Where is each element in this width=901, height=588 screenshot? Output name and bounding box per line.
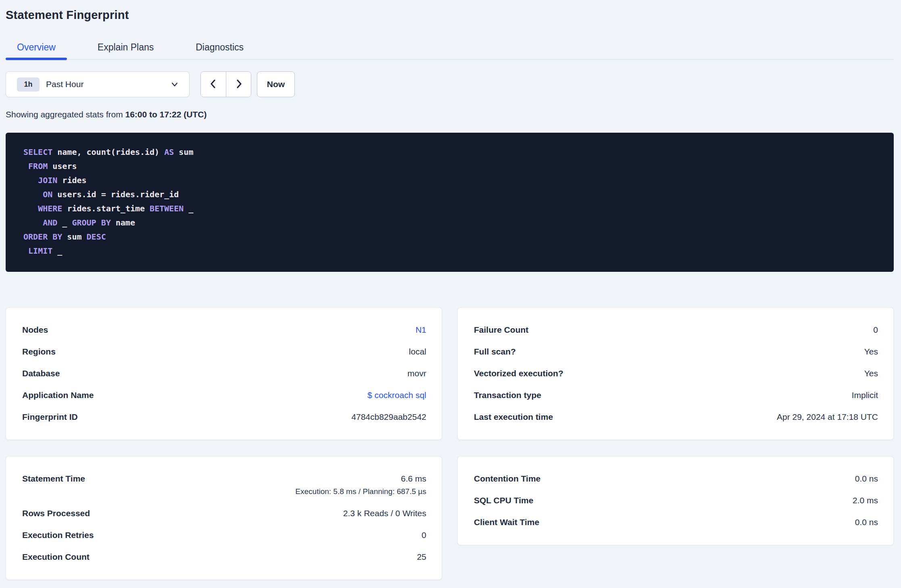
stat-value: N1	[415, 325, 426, 335]
sql-text: rides.start_time	[62, 204, 150, 213]
statement-fingerprint-page: Statement Fingerprint Overview Explain P…	[0, 8, 901, 580]
execution-attributes-card: Failure Count0Full scan?YesVectorized ex…	[457, 307, 894, 440]
stat-label: Failure Count	[474, 325, 528, 335]
sql-keyword: BETWEEN	[150, 204, 184, 213]
stat-row: Application Name$ cockroach sql	[22, 390, 426, 400]
stat-row: Last execution timeApr 29, 2024 at 17:18…	[474, 412, 878, 422]
stat-value-text: Yes	[864, 369, 878, 378]
stat-label: Statement Time	[22, 474, 85, 484]
sql-text: sum	[174, 147, 193, 157]
page-title: Statement Fingerprint	[6, 8, 894, 22]
stat-label: Full scan?	[474, 347, 516, 357]
stat-row: Databasemovr	[22, 369, 426, 378]
summary-cards: NodesN1RegionslocalDatabasemovrApplicati…	[6, 307, 894, 580]
sql-keyword: SELECT	[23, 147, 52, 157]
stat-label: Fingerprint ID	[22, 412, 78, 422]
stat-row: SQL CPU Time2.0 ms	[474, 496, 878, 505]
stat-value: Yes	[864, 369, 878, 378]
stat-row: Contention Time0.0 ns	[474, 474, 878, 484]
time-range-select[interactable]: 1h Past Hour	[6, 71, 190, 97]
tab-bar: Overview Explain Plans Diagnostics	[6, 35, 894, 60]
stat-label: Vectorized execution?	[474, 369, 563, 378]
sql-text: users	[48, 161, 77, 171]
stat-value: Yes	[864, 347, 878, 357]
sql-text: users.id = rides.rider_id	[52, 190, 179, 199]
now-button[interactable]: Now	[257, 71, 295, 97]
sql-line: ON users.id = rides.rider_id	[23, 188, 876, 202]
stat-label: Rows Processed	[22, 509, 90, 518]
stat-value: Apr 29, 2024 at 17:18 UTC	[777, 412, 878, 422]
sql-keyword: DESC	[87, 232, 106, 242]
stat-row: Execution Count25	[22, 552, 426, 562]
stat-label: Execution Count	[22, 552, 90, 562]
stat-subvalue: Execution: 5.8 ms / Planning: 687.5 µs	[295, 487, 426, 496]
stat-row: Execution Retries0	[22, 530, 426, 540]
stat-value: 0	[421, 530, 426, 540]
sql-keyword: GROUP BY	[72, 218, 111, 227]
stat-row: Rows Processed2.3 k Reads / 0 Writes	[22, 509, 426, 518]
stat-label: Transaction type	[474, 390, 541, 400]
stat-value-link[interactable]: $ cockroach sql	[367, 390, 426, 400]
stat-row: Failure Count0	[474, 325, 878, 335]
stat-value: 4784cb829aab2542	[351, 412, 426, 422]
stat-label: Database	[22, 369, 60, 378]
stat-value-text: 2.3 k Reads / 0 Writes	[343, 509, 426, 518]
sql-text	[23, 175, 38, 185]
stat-value: 0.0 ns	[855, 474, 878, 484]
time-toolbar: 1h Past Hour	[6, 71, 894, 97]
stat-row: Regionslocal	[22, 347, 426, 357]
stat-value-text: 0	[873, 325, 878, 335]
stat-value-text: 2.0 ms	[853, 496, 878, 505]
stat-row: NodesN1	[22, 325, 426, 335]
stat-label: Regions	[22, 347, 56, 357]
sql-keyword: AS	[164, 147, 174, 157]
stat-value-link[interactable]: N1	[415, 325, 426, 335]
sql-text	[23, 246, 28, 256]
stat-value: 0.0 ns	[855, 517, 878, 527]
stat-label: Client Wait Time	[474, 517, 539, 527]
stat-value: 25	[417, 552, 426, 562]
stat-label: Contention Time	[474, 474, 540, 484]
sql-line: ORDER BY sum DESC	[23, 230, 876, 244]
tab-overview[interactable]: Overview	[6, 35, 67, 60]
sql-keyword: ON	[43, 190, 52, 199]
next-time-button[interactable]	[226, 72, 251, 97]
stat-label: Application Name	[22, 390, 94, 400]
sql-keyword: FROM	[28, 161, 48, 171]
sql-text: name	[111, 218, 135, 227]
stat-value: Implicit	[852, 390, 878, 400]
stat-row: Fingerprint ID4784cb829aab2542	[22, 412, 426, 422]
stat-value-text: 25	[417, 552, 426, 562]
stat-value: 6.6 msExecution: 5.8 ms / Planning: 687.…	[295, 474, 426, 496]
sql-keyword: JOIN	[38, 175, 57, 185]
stat-value-text: movr	[407, 369, 426, 378]
sql-text	[23, 204, 38, 213]
chevron-left-icon	[209, 79, 218, 90]
time-range-label: Past Hour	[46, 79, 83, 89]
sql-keyword: WHERE	[38, 204, 62, 213]
tab-diagnostics[interactable]: Diagnostics	[184, 35, 255, 60]
sql-line: WHERE rides.start_time BETWEEN _	[23, 202, 876, 216]
tab-overview-label: Overview	[17, 42, 56, 52]
stat-value-text: Apr 29, 2024 at 17:18 UTC	[777, 412, 878, 422]
tab-explain-plans[interactable]: Explain Plans	[86, 35, 165, 60]
previous-time-button[interactable]	[201, 72, 226, 97]
sql-line: JOIN rides	[23, 173, 876, 188]
stat-value-text: 0.0 ns	[855, 517, 878, 527]
active-tab-indicator	[6, 58, 67, 60]
stat-value: $ cockroach sql	[367, 390, 426, 400]
sql-text: _	[184, 204, 193, 213]
stat-label: Last execution time	[474, 412, 553, 422]
timing-breakdown-card: Contention Time0.0 nsSQL CPU Time2.0 msC…	[457, 456, 894, 545]
stats-line-prefix: Showing aggregated stats from	[6, 110, 125, 119]
stat-value-text: 6.6 ms	[295, 474, 426, 484]
sql-line: FROM users	[23, 159, 876, 173]
sql-text: _	[52, 246, 62, 256]
chevron-right-icon	[234, 79, 244, 90]
stat-value: local	[409, 347, 426, 357]
stat-value-text: 0.0 ns	[855, 474, 878, 484]
time-step-button-group	[200, 71, 251, 97]
stat-row: Full scan?Yes	[474, 347, 878, 357]
statement-performance-card: Statement Time6.6 msExecution: 5.8 ms / …	[6, 456, 442, 580]
stat-label: Execution Retries	[22, 530, 94, 540]
